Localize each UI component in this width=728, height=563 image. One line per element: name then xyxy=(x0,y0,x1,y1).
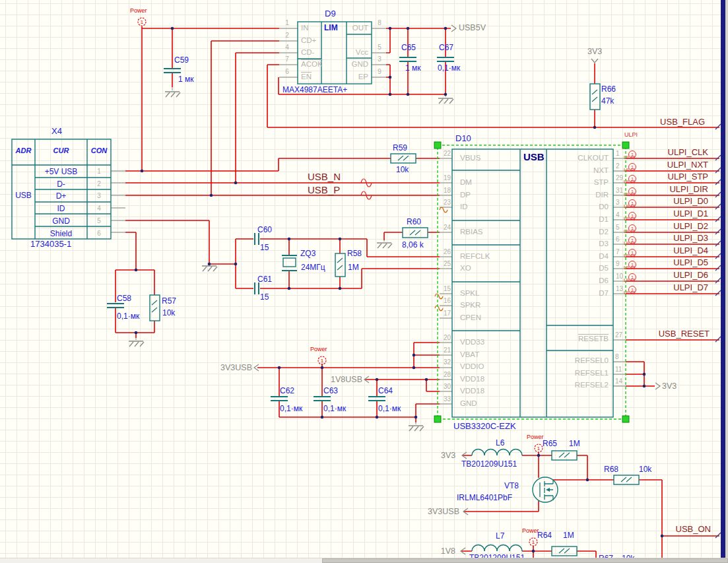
val-c58[interactable]: 0,1·мк xyxy=(117,312,139,320)
power-port-label[interactable]: Power xyxy=(130,8,147,14)
net-label[interactable]: ULPI_D6 xyxy=(594,271,708,279)
val-c65[interactable]: 1 мк xyxy=(405,64,421,72)
port-1v8[interactable]: 1V8 xyxy=(437,547,455,556)
port-1v8usb[interactable]: 1V8USB xyxy=(328,376,362,384)
resistor-r66[interactable] xyxy=(590,84,600,110)
inductor-l7[interactable] xyxy=(472,545,522,552)
ref-r66[interactable]: R66 xyxy=(601,85,616,93)
net-label[interactable]: ULPI_STP xyxy=(594,172,708,181)
ref-d9[interactable]: D9 xyxy=(325,9,336,18)
net-label[interactable]: ULPI_D1 xyxy=(594,209,708,218)
capacitor-c61[interactable] xyxy=(255,282,259,294)
resistor-r68[interactable] xyxy=(614,475,639,484)
ref-x4[interactable]: X4 xyxy=(51,127,62,135)
ref-r57[interactable]: R57 xyxy=(162,297,176,305)
val-zq3[interactable]: 24МГц xyxy=(301,263,325,271)
val-c64[interactable]: 0,1·мк xyxy=(378,405,401,413)
resistor-r64[interactable] xyxy=(552,546,577,556)
val-r58[interactable]: 1M xyxy=(348,263,359,271)
net-label[interactable]: ULPI_D2 xyxy=(594,222,708,230)
net-label[interactable]: ULPI_NXT xyxy=(594,160,708,169)
ref-l6[interactable]: L6 xyxy=(496,439,504,447)
capacitor-c62[interactable] xyxy=(271,397,288,401)
net-label[interactable]: ULPI_D5 xyxy=(594,258,708,267)
horizontal-scrollbar[interactable] xyxy=(0,558,728,563)
val-l6[interactable]: TB201209U151 xyxy=(461,460,517,468)
inductor-l6[interactable] xyxy=(472,449,522,456)
net-usb-reset[interactable]: USB_RESET xyxy=(617,329,710,338)
net-usb-on[interactable]: USB_ON xyxy=(618,525,711,533)
ref-c65[interactable]: C65 xyxy=(401,44,416,51)
val-r64[interactable]: 1M xyxy=(563,531,574,539)
val-r57[interactable]: 10k xyxy=(162,309,175,317)
ref-d10[interactable]: D10 xyxy=(455,134,471,143)
ref-r65[interactable]: R65 xyxy=(543,440,557,447)
capacitor-c59[interactable] xyxy=(164,69,181,73)
capacitor-c65[interactable] xyxy=(399,57,416,61)
capacitor-c67[interactable] xyxy=(437,57,454,61)
part-d9[interactable]: MAX4987AEETA+ xyxy=(282,86,347,94)
part-d10[interactable]: USB3320C-EZK xyxy=(453,422,516,430)
net-usb-flag[interactable]: USB_FLAG xyxy=(612,117,705,126)
ref-c62[interactable]: C62 xyxy=(280,387,294,395)
net-label[interactable]: ULPI_D4 xyxy=(594,246,708,255)
val-c59[interactable]: 1 мк xyxy=(178,75,194,83)
net-label[interactable]: ULPI_CLK xyxy=(594,148,708,156)
ref-c58[interactable]: C58 xyxy=(117,294,131,302)
part-x4[interactable]: 1734035-1 xyxy=(30,240,71,248)
ref-vt8[interactable]: VT8 xyxy=(504,482,519,490)
capacitor-c58[interactable] xyxy=(107,304,124,308)
net-label[interactable]: ULPI_D0 xyxy=(594,197,708,205)
port-usb5v[interactable]: USB5V xyxy=(459,24,486,32)
power-port-label[interactable]: Power xyxy=(527,434,544,440)
resistor-r65[interactable] xyxy=(552,451,577,460)
port-3v3[interactable]: 3V3 xyxy=(587,48,602,56)
ref-l7[interactable]: L7 xyxy=(496,532,504,540)
net-usb-n[interactable]: USB_N xyxy=(308,172,341,182)
port-3v3usb[interactable]: 3V3USB xyxy=(218,364,252,372)
resistor-r59[interactable] xyxy=(391,154,416,163)
ref-c67[interactable]: C67 xyxy=(439,44,453,51)
port-3v3[interactable]: 3V3 xyxy=(441,451,455,460)
resistor-r60[interactable] xyxy=(403,228,428,238)
ref-zq3[interactable]: ZQ3 xyxy=(300,249,315,257)
ref-r59[interactable]: R59 xyxy=(393,144,407,152)
ref-c60[interactable]: C60 xyxy=(257,226,272,234)
val-c67[interactable]: 0,1·мк xyxy=(438,64,460,72)
ref-r68[interactable]: R68 xyxy=(604,465,618,473)
mosfet-vt8[interactable] xyxy=(533,477,558,502)
crystal-zq3[interactable] xyxy=(282,255,297,271)
val-r66[interactable]: 47k xyxy=(601,97,614,105)
val-r65[interactable]: 1M xyxy=(569,440,580,447)
ref-r64[interactable]: R64 xyxy=(537,531,552,539)
port-3v3usb[interactable]: 3V3USB xyxy=(425,508,459,516)
val-r60[interactable]: 8,06 k xyxy=(402,241,424,249)
net-usb-p[interactable]: USB_P xyxy=(308,185,340,195)
power-port-label[interactable]: Power xyxy=(310,347,327,352)
ref-c61[interactable]: C61 xyxy=(257,275,272,283)
val-r59[interactable]: 10k xyxy=(396,166,409,174)
ref-c64[interactable]: C64 xyxy=(378,387,393,395)
val-c60[interactable]: 15 xyxy=(260,244,269,251)
port-3v3[interactable]: 3V3 xyxy=(662,382,677,391)
net-label[interactable]: ULPI_DIR xyxy=(594,185,708,193)
capacitor-c60[interactable] xyxy=(255,233,259,245)
val-c62[interactable]: 0,1·мк xyxy=(280,405,302,413)
val-c63[interactable]: 0,1·мк xyxy=(323,405,346,413)
scrollbar-thumb[interactable] xyxy=(322,558,728,563)
val-r68[interactable]: 10k xyxy=(639,465,651,473)
resistor-r58[interactable] xyxy=(335,253,345,277)
net-label[interactable]: ULPI_D3 xyxy=(594,234,708,242)
ref-r60[interactable]: R60 xyxy=(407,218,421,226)
ref-r58[interactable]: R58 xyxy=(347,249,362,257)
resistor-r57[interactable] xyxy=(150,295,160,321)
net-label[interactable]: ULPI_D7 xyxy=(594,283,708,292)
val-vt8[interactable]: IRLML6401PbF xyxy=(457,494,512,502)
ref-c59[interactable]: C59 xyxy=(174,56,189,64)
capacitor-c63[interactable] xyxy=(314,397,331,401)
ref-c63[interactable]: C63 xyxy=(323,387,338,395)
capacitor-c64[interactable] xyxy=(368,397,385,401)
schematic-canvas[interactable]: 1 1 xyxy=(0,0,728,563)
power-port-label[interactable]: Power xyxy=(522,528,539,534)
val-c61[interactable]: 15 xyxy=(260,293,269,301)
